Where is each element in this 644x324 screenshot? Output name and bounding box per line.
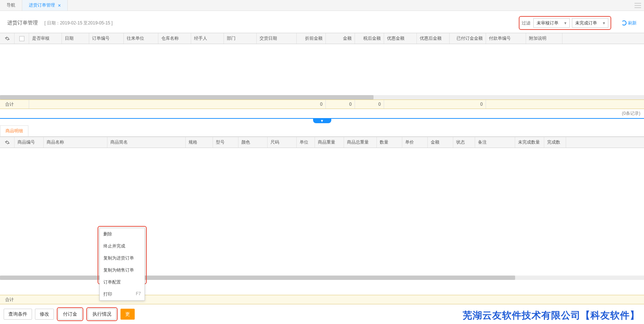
footer-label: 合计 — [0, 100, 29, 109]
filter-select-2-value: 未完成订单 — [575, 20, 597, 26]
splitter-handle[interactable]: ▼ — [313, 118, 331, 123]
checkbox-icon — [19, 36, 24, 41]
tabs-bar: 导航 进货订单管理 × — [0, 0, 644, 11]
tabs-menu[interactable] — [635, 0, 644, 11]
menu-print[interactable]: 打印 F7 — [100, 288, 145, 300]
refresh-button[interactable]: 刷新 — [621, 20, 637, 26]
tab-active-label: 进货订单管理 — [29, 2, 55, 8]
gear-header-2[interactable] — [0, 137, 15, 148]
menu-copy-purchase[interactable]: 复制为进货订单 — [100, 252, 145, 264]
close-icon[interactable]: × — [58, 3, 61, 8]
tab-active[interactable]: 进货订单管理 × — [22, 0, 68, 11]
detail-tabs: 商品明细 — [0, 125, 644, 137]
detail-table: 商品编号 商品名称 商品简名 规格 型号 颜色 尺码 单位 商品重量 商品总重量… — [0, 137, 644, 280]
filter-select-1[interactable]: 未审核订单 ▼ — [533, 18, 570, 28]
chevron-down-icon: ▼ — [564, 21, 567, 25]
detail-tab-items[interactable]: 商品明细 — [0, 125, 28, 136]
top-table-body — [0, 44, 644, 95]
chevron-down-icon: ▼ — [602, 21, 606, 25]
th-note[interactable]: 备注 — [475, 137, 515, 148]
scroll-thumb[interactable] — [0, 95, 374, 99]
header-row: 进货订单管理 [ 日期：2019-02-15 至2019-05-15 ] 过滤 … — [0, 11, 644, 33]
query-button[interactable]: 查询条件 — [4, 309, 32, 320]
footer-tax: 0 — [355, 100, 384, 109]
footer-preamt: 0 — [297, 100, 326, 109]
th-warehouse[interactable]: 仓库名称 — [158, 33, 191, 44]
menu-terminate[interactable]: 终止并完成 — [100, 240, 145, 252]
menu-terminate-label: 终止并完成 — [103, 243, 125, 249]
highlight-box-exec: 执行情况 — [86, 307, 118, 321]
gear-header[interactable] — [0, 33, 15, 44]
menu-copy-sales-label: 复制为销售订单 — [103, 267, 134, 273]
checkbox-header[interactable] — [15, 33, 29, 44]
detail-table-body — [0, 148, 644, 276]
th-price[interactable]: 单价 — [402, 137, 428, 148]
scroll-thumb[interactable] — [0, 276, 515, 280]
deposit-button[interactable]: 付订金 — [58, 309, 82, 320]
filter-select-1-value: 未审核订单 — [537, 20, 558, 26]
th-payno[interactable]: 付款单编号 — [486, 33, 526, 44]
th-delivery[interactable]: 交货日期 — [257, 33, 297, 44]
highlight-box-deposit: 付订金 — [57, 307, 83, 321]
th-unfinished[interactable]: 未完成数量 — [515, 137, 544, 148]
th-preamt[interactable]: 折前金额 — [297, 33, 326, 44]
edit-button[interactable]: 修改 — [35, 309, 54, 320]
top-table: 是否审核 日期 订单编号 往来单位 仓库名称 经手人 部门 交货日期 折前金额 … — [0, 33, 644, 109]
th-deposit[interactable]: 已付订金金额 — [450, 33, 486, 44]
th-dept[interactable]: 部门 — [224, 33, 257, 44]
exec-button[interactable]: 执行情况 — [88, 309, 116, 320]
gear-icon — [5, 36, 10, 41]
th-qty[interactable]: 数量 — [377, 137, 402, 148]
menu-copy-purchase-label: 复制为进货订单 — [103, 255, 134, 261]
th-spec[interactable]: 规格 — [186, 137, 213, 148]
top-table-head: 是否审核 日期 订单编号 往来单位 仓库名称 经手人 部门 交货日期 折前金额 … — [0, 33, 644, 44]
menu-config-label: 订单配置 — [103, 279, 121, 285]
th-model[interactable]: 型号 — [213, 137, 238, 148]
th-unit[interactable]: 单位 — [297, 137, 315, 148]
tab-nav-label: 导航 — [7, 2, 15, 8]
th-amt[interactable]: 金额 — [326, 33, 355, 44]
refresh-label: 刷新 — [628, 20, 637, 26]
th-status[interactable]: 状态 — [453, 137, 475, 148]
th-audit[interactable]: 是否审核 — [29, 33, 62, 44]
gear-icon — [5, 140, 10, 145]
refresh-icon — [621, 20, 627, 26]
filter-select-2[interactable]: 未完成订单 ▼ — [572, 18, 608, 28]
th-weight[interactable]: 商品重量 — [315, 137, 344, 148]
filter-label: 过滤 — [522, 20, 530, 26]
th-tax[interactable]: 税后金额 — [355, 33, 384, 44]
footer-amt: 0 — [326, 100, 355, 109]
th-afterdisc[interactable]: 优惠后金额 — [417, 33, 450, 44]
th-size[interactable]: 尺码 — [268, 137, 297, 148]
menu-delete-label: 删除 — [103, 231, 112, 237]
menu-delete[interactable]: 删除 — [100, 228, 145, 240]
th-discount[interactable]: 优惠金额 — [384, 33, 417, 44]
more-button[interactable]: 更 — [120, 309, 135, 320]
th-order-no[interactable]: 订单编号 — [89, 33, 124, 44]
detail-table-head: 商品编号 商品名称 商品简名 规格 型号 颜色 尺码 单位 商品重量 商品总重量… — [0, 137, 644, 148]
th-item-code[interactable]: 商品编号 — [15, 137, 44, 148]
th-amt[interactable]: 金额 — [428, 137, 453, 148]
top-table-footer: 合计 0 0 0 0 — [0, 99, 644, 109]
menu-config[interactable]: 订单配置 — [100, 276, 145, 288]
th-item-name[interactable]: 商品名称 — [44, 137, 107, 148]
th-tweight[interactable]: 商品总重量 — [344, 137, 377, 148]
menu-copy-sales[interactable]: 复制为销售订单 — [100, 264, 145, 276]
watermark: 芜湖云友软件技术有限公司【科友软件】 — [463, 309, 640, 322]
th-date[interactable]: 日期 — [62, 33, 89, 44]
th-vendor[interactable]: 往来单位 — [124, 33, 158, 44]
th-item-short[interactable]: 商品简名 — [107, 137, 186, 148]
filter-box: 过滤 未审核订单 ▼ 未完成订单 ▼ — [519, 16, 611, 30]
th-remark[interactable]: 附加说明 — [526, 33, 562, 44]
records-count: (0条记录) — [0, 109, 644, 119]
page-title: 进货订单管理 — [7, 20, 38, 26]
th-finished[interactable]: 完成数 — [544, 137, 566, 148]
th-handler[interactable]: 经手人 — [191, 33, 224, 44]
th-color[interactable]: 颜色 — [238, 137, 268, 148]
menu-print-key: F7 — [136, 291, 141, 297]
context-menu: 删除 终止并完成 复制为进货订单 复制为销售订单 订单配置 打印 F7 — [99, 228, 145, 301]
tab-nav[interactable]: 导航 — [0, 0, 22, 11]
date-range: [ 日期：2019-02-15 至2019-05-15 ] — [44, 20, 112, 26]
top-hscroll[interactable] — [0, 95, 644, 99]
detail-hscroll[interactable] — [0, 276, 644, 280]
